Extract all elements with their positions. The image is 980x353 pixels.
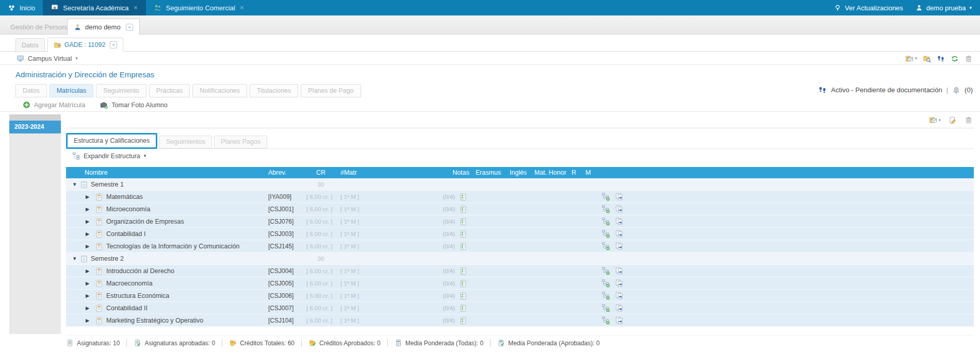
grades-check-icon[interactable] <box>459 267 467 275</box>
table-row-subject[interactable]: ▶ Marketing Estratégico y Operativo [CSJ… <box>66 314 974 327</box>
subject-notas: (0/4) <box>435 203 455 215</box>
campus-virtual-button[interactable]: Campus Virtual ▾ <box>17 53 78 64</box>
tab-planes-de-pago[interactable]: Planes de Pago <box>301 84 361 97</box>
add-to-structure-icon[interactable] <box>601 242 610 250</box>
expand-arrow-icon[interactable]: ▶ <box>86 290 89 302</box>
collapse-arrow-icon[interactable]: ▼ <box>72 178 77 191</box>
grades-check-icon[interactable] <box>459 193 467 201</box>
table-row-subject[interactable]: ▶ Tecnologías de la Información y Comuni… <box>66 240 974 253</box>
footprints-icon[interactable] <box>937 55 945 63</box>
tomar-foto-button[interactable]: Tomar Foto Alumno <box>100 101 167 109</box>
grades-check-icon[interactable] <box>459 279 467 288</box>
semester-icon <box>80 255 88 263</box>
table-row-subject[interactable]: ▶ Contabilidad II [CSJ007] [ 6.00 cr. ] … <box>66 302 974 314</box>
expand-arrow-icon[interactable]: ▶ <box>86 314 89 327</box>
tab-practicas[interactable]: Prácticas <box>149 84 190 97</box>
table-row-subject[interactable]: ▶ Introducción al Derecho [CSJ004] [ 6.0… <box>66 265 974 277</box>
grades-check-icon[interactable] <box>459 205 467 213</box>
add-to-structure-icon[interactable] <box>601 192 610 201</box>
move-subject-icon[interactable] <box>615 266 624 275</box>
expand-arrow-icon[interactable]: ▶ <box>86 240 89 253</box>
expand-arrow-icon[interactable]: ▶ <box>86 215 89 228</box>
subject-name: Microeconomía <box>106 203 150 215</box>
move-subject-icon[interactable] <box>615 192 624 201</box>
tab-estructura-calificaciones[interactable]: Estructura y Calificaciones <box>66 133 157 149</box>
move-subject-icon[interactable] <box>615 279 624 288</box>
edit-icon[interactable] <box>949 116 957 124</box>
close-icon[interactable] <box>239 5 244 10</box>
subject-abbrev: [CSJ003] <box>268 228 293 240</box>
table-row-subject[interactable]: ▶ Contabilidad I [CSJ003] [ 6.00 cr. ] [… <box>66 228 974 240</box>
subject-credits: [ 6.00 cr. ] <box>306 240 333 253</box>
move-subject-icon[interactable] <box>615 229 624 238</box>
grades-check-icon[interactable] <box>459 316 467 325</box>
grades-check-icon[interactable] <box>459 230 467 238</box>
expand-arrow-icon[interactable]: ▶ <box>86 277 89 290</box>
close-icon[interactable] <box>110 41 117 48</box>
grades-check-icon[interactable] <box>459 304 467 312</box>
move-subject-icon[interactable] <box>615 217 624 226</box>
close-icon[interactable] <box>126 24 133 31</box>
expand-arrow-icon[interactable]: ▶ <box>86 302 89 314</box>
tab-datos-record[interactable]: Datos <box>15 38 45 52</box>
mail-button[interactable]: ▾ <box>905 55 917 63</box>
tab-demo-demo[interactable]: demo demo <box>67 19 140 35</box>
tab-secretaria-academica[interactable]: Secretaría Académica <box>43 0 145 15</box>
add-to-structure-icon[interactable] <box>601 279 610 288</box>
table-row-subject[interactable]: ▶ Macroeconomía [CSJ005] [ 6.00 cr. ] [ … <box>66 277 974 290</box>
trash-icon[interactable] <box>965 116 973 124</box>
tab-matriculas[interactable]: Matrículas <box>50 84 94 97</box>
year-item-2023-2024[interactable]: 2023-2024 <box>9 121 61 133</box>
table-row-subject[interactable]: ▶ Microeconomía [CSJ001] [ 6.00 cr. ] [ … <box>66 203 974 215</box>
table-row-subject[interactable]: ▶ Matemáticas [IYA009] [ 6.00 cr. ] [ 1º… <box>66 191 974 203</box>
add-to-structure-icon[interactable] <box>601 266 610 275</box>
add-to-structure-icon[interactable] <box>601 304 610 312</box>
panel-toolbar-icons: ▾ <box>929 116 973 124</box>
tab-notificaciones[interactable]: Notificaciones <box>192 84 247 97</box>
close-icon[interactable] <box>133 5 138 10</box>
table-row-semester[interactable]: ▼ Semestre 1 30 <box>66 178 974 191</box>
table-row-subject[interactable]: ▶ Estructura Económica [CSJ006] [ 6.00 c… <box>66 290 974 302</box>
expandir-estructura-button[interactable]: Expandir Estructura ▾ <box>72 152 146 160</box>
tab-seguimientos[interactable]: Seguimientos <box>159 136 212 148</box>
agregar-matricula-button[interactable]: Agregar Matrícula <box>23 101 85 109</box>
table-row-subject[interactable]: ▶ Organización de Empresas [CSJ076] [ 6.… <box>66 215 974 228</box>
move-subject-icon[interactable] <box>615 205 624 213</box>
bell-icon[interactable] <box>952 86 960 94</box>
tab-seguimiento-comercial[interactable]: Seguimiento Comercial <box>146 0 252 15</box>
tab-planes-pagos[interactable]: Planes Pagos <box>214 136 267 148</box>
collapse-arrow-icon[interactable]: ▼ <box>72 253 77 265</box>
expand-arrow-icon[interactable]: ▶ <box>86 228 89 240</box>
expand-arrow-icon[interactable]: ▶ <box>86 265 89 277</box>
table-row-semester[interactable]: ▼ Semestre 2 30 <box>66 253 974 265</box>
subject-name: Organización de Empresas <box>106 215 184 228</box>
move-subject-icon[interactable] <box>615 304 624 312</box>
tab-seguimiento[interactable]: Seguimiento <box>96 84 146 97</box>
document-check-icon <box>134 339 141 347</box>
grades-check-icon[interactable] <box>459 242 467 250</box>
ver-actualizaciones-button[interactable]: Ver Actualizaciones <box>834 4 903 12</box>
add-to-structure-icon[interactable] <box>601 229 610 238</box>
move-subject-icon[interactable] <box>615 242 624 250</box>
trash-icon[interactable] <box>965 55 973 63</box>
workspace-tab-bar: Gestión de Personas demo demo <box>0 15 980 35</box>
add-to-structure-icon[interactable] <box>601 316 610 325</box>
mail-button[interactable]: ▾ <box>929 116 941 124</box>
move-subject-icon[interactable] <box>615 316 624 325</box>
add-to-structure-icon[interactable] <box>601 291 610 300</box>
tab-datos[interactable]: Datos <box>15 84 47 97</box>
grades-check-icon[interactable] <box>459 217 467 226</box>
add-to-structure-icon[interactable] <box>601 217 610 226</box>
user-menu[interactable]: demo prueba ▾ <box>916 4 972 12</box>
expand-arrow-icon[interactable]: ▶ <box>86 203 89 215</box>
refresh-icon[interactable] <box>951 55 959 63</box>
grades-check-icon[interactable] <box>459 292 467 300</box>
folder-search-icon[interactable] <box>923 55 931 63</box>
tab-titulaciones[interactable]: Titulaciones <box>250 84 298 97</box>
tab-gade-11092[interactable]: GADE : 11092 <box>47 38 124 52</box>
semester-icon <box>80 180 88 189</box>
expand-arrow-icon[interactable]: ▶ <box>86 191 89 203</box>
move-subject-icon[interactable] <box>615 291 624 300</box>
tab-inicio[interactable]: Inicio <box>0 0 43 15</box>
add-to-structure-icon[interactable] <box>601 205 610 213</box>
